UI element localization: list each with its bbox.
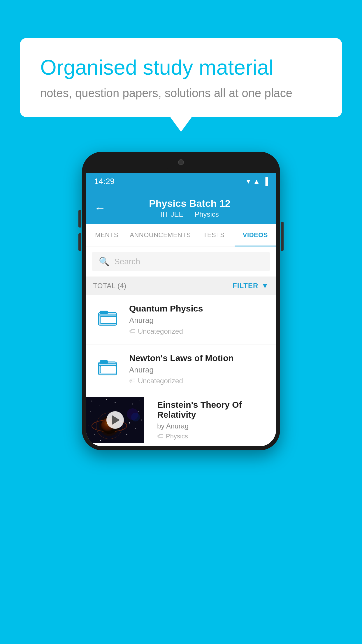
- signal-icon: ▲: [253, 177, 260, 186]
- svg-point-17: [138, 411, 139, 412]
- svg-point-29: [100, 440, 101, 441]
- svg-point-28: [94, 434, 95, 435]
- filter-icon: ▼: [261, 281, 269, 290]
- total-count-label: TOTAL (4): [93, 282, 126, 290]
- svg-rect-7: [100, 366, 116, 373]
- video-title-3: Einstein's Theory Of Relativity: [157, 400, 270, 420]
- status-bar: 14:29 ▾ ▲ ▐: [86, 173, 276, 190]
- bubble-title: Organised study material: [40, 55, 322, 80]
- power-button: [281, 222, 284, 251]
- search-bar[interactable]: 🔍 Search: [92, 252, 270, 271]
- bubble-subtitle: notes, question papers, solutions all at…: [40, 87, 322, 100]
- video-author-2: Anurag: [129, 365, 269, 374]
- tab-tests[interactable]: TESTS: [193, 224, 235, 246]
- battery-icon: ▐: [263, 177, 268, 186]
- tag-icon: 🏷: [129, 328, 136, 335]
- filter-label: FILTER: [233, 282, 258, 290]
- phone-body: 14:29 ▾ ▲ ▐ ← Physics Batch 12 IIT JEE: [82, 152, 280, 450]
- tab-announcements[interactable]: ANNOUNCEMENTS: [127, 224, 193, 246]
- svg-rect-3: [100, 316, 116, 323]
- search-input[interactable]: Search: [114, 257, 140, 266]
- svg-point-16: [90, 411, 91, 412]
- header-title: Physics Batch 12: [112, 198, 268, 209]
- tab-videos[interactable]: VIDEOS: [235, 224, 276, 246]
- video-info-3: Einstein's Theory Of Relativity by Anura…: [151, 394, 276, 446]
- svg-point-26: [126, 434, 127, 435]
- svg-point-13: [124, 399, 124, 399]
- video-title-1: Quantum Physics: [129, 304, 269, 314]
- tag-icon: 🏷: [157, 433, 164, 440]
- phone-screen: 14:29 ▾ ▲ ▐ ← Physics Batch 12 IIT JEE: [86, 173, 276, 446]
- filter-button[interactable]: FILTER ▼: [233, 281, 269, 290]
- speech-bubble-container: Organised study material notes, question…: [20, 38, 342, 117]
- video-tag-3: 🏷 Physics: [157, 433, 270, 440]
- svg-point-31: [131, 413, 140, 421]
- list-item[interactable]: Einstein's Theory Of Relativity by Anura…: [86, 394, 276, 446]
- front-camera: [178, 159, 184, 165]
- phone-mockup: 14:29 ▾ ▲ ▐ ← Physics Batch 12 IIT JEE: [82, 152, 280, 450]
- video-info-2: Newton's Laws of Motion Anurag 🏷 Uncateg…: [129, 353, 269, 385]
- header-subtitle-physics: Physics: [195, 210, 219, 218]
- search-container: 🔍 Search: [86, 246, 276, 276]
- video-title-2: Newton's Laws of Motion: [129, 353, 269, 363]
- folder-icon: [97, 357, 118, 381]
- tabs-container: MENTS ANNOUNCEMENTS TESTS VIDEOS: [86, 224, 276, 246]
- volume-down-button: [78, 233, 81, 251]
- app-header: ← Physics Batch 12 IIT JEE Physics: [86, 190, 276, 224]
- svg-point-14: [132, 404, 133, 405]
- tab-ments[interactable]: MENTS: [86, 224, 127, 246]
- speech-bubble: Organised study material notes, question…: [20, 38, 342, 117]
- svg-point-18: [141, 420, 142, 421]
- svg-point-25: [129, 422, 130, 424]
- header-subtitle-iit: IIT JEE: [161, 210, 183, 218]
- video-thumbnail-3: [86, 397, 144, 443]
- video-tag-2: 🏷 Uncategorized: [129, 377, 269, 385]
- video-info-1: Quantum Physics Anurag 🏷 Uncategorized: [129, 304, 269, 335]
- tag-icon: 🏷: [129, 377, 136, 385]
- wifi-icon: ▾: [247, 177, 250, 186]
- video-list: Quantum Physics Anurag 🏷 Uncategorized: [86, 295, 276, 446]
- header-title-block: Physics Batch 12 IIT JEE Physics: [112, 198, 268, 218]
- video-author-3: by Anurag: [157, 422, 270, 430]
- svg-point-11: [106, 399, 107, 400]
- folder-icon: [97, 308, 118, 331]
- svg-point-15: [140, 400, 140, 400]
- header-subtitle: IIT JEE Physics: [112, 210, 268, 218]
- filter-row: TOTAL (4) FILTER ▼: [86, 276, 276, 295]
- status-time: 14:29: [94, 177, 115, 186]
- video-thumb-1: [93, 308, 122, 331]
- svg-point-10: [99, 405, 99, 406]
- svg-point-27: [135, 428, 136, 429]
- svg-point-19: [89, 426, 89, 426]
- video-tag-1: 🏷 Uncategorized: [129, 327, 269, 335]
- svg-point-9: [92, 401, 92, 402]
- list-item[interactable]: Quantum Physics Anurag 🏷 Uncategorized: [86, 295, 276, 344]
- svg-rect-2: [100, 311, 108, 314]
- list-item[interactable]: Newton's Laws of Motion Anurag 🏷 Uncateg…: [86, 344, 276, 394]
- volume-up-button: [78, 210, 81, 228]
- video-author-1: Anurag: [129, 316, 269, 325]
- status-icons: ▾ ▲ ▐: [247, 177, 268, 186]
- back-button[interactable]: ←: [94, 202, 106, 215]
- svg-rect-6: [100, 360, 108, 364]
- play-icon: [112, 415, 120, 425]
- search-icon: 🔍: [99, 256, 110, 267]
- play-button[interactable]: [106, 411, 124, 429]
- video-thumb-2: [93, 358, 122, 381]
- notch: [161, 156, 201, 169]
- svg-point-12: [115, 402, 116, 403]
- phone-top-bar: [86, 156, 276, 173]
